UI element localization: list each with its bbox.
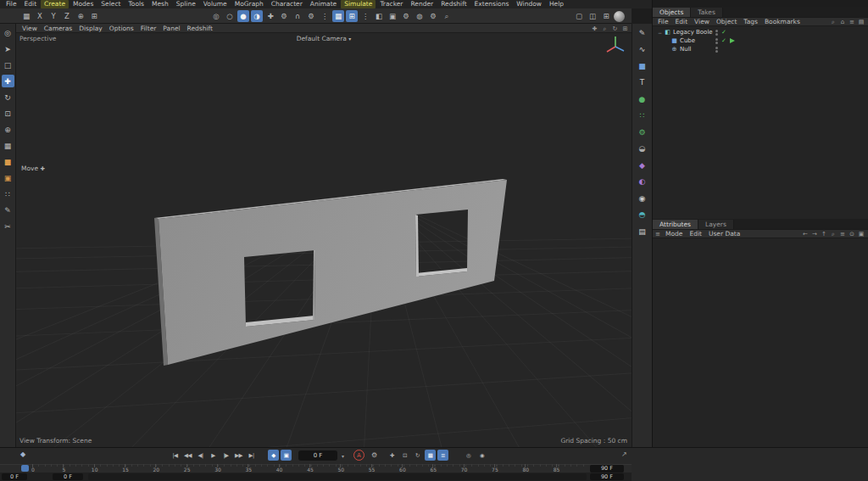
enabled-check-icon[interactable]: ✓ (721, 36, 726, 45)
om-menu-bookmarks[interactable]: Bookmarks (761, 18, 804, 25)
array-generator-icon[interactable]: ∷ (636, 109, 648, 122)
timeline-expand-icon[interactable]: ↗ (621, 450, 627, 458)
tab-attributes[interactable]: Attributes (653, 220, 698, 229)
prev-key-button[interactable]: ◀◀ (182, 450, 193, 461)
keyframe-selection-button[interactable]: ▣ (281, 450, 292, 461)
menubar-item-mograph[interactable]: MoGraph (231, 0, 267, 8)
menubar-item-simulate[interactable]: Simulate (341, 0, 376, 8)
camera-icon[interactable]: ◉ (636, 192, 648, 204)
character-tool-icon[interactable]: ✚ (264, 10, 276, 22)
solo-single-button[interactable]: ◉ (476, 450, 487, 461)
camera-menu-caret-icon[interactable]: ▾ (348, 36, 351, 42)
nav-forward-icon[interactable]: → (811, 231, 818, 238)
environment-icon[interactable]: ◓ (636, 209, 648, 221)
viewport-menu-options[interactable]: Options (106, 25, 137, 32)
spline-primitive-icon[interactable]: ∿ (636, 43, 648, 56)
scene-svg[interactable] (16, 33, 632, 447)
pen-tool-icon[interactable]: ✎ (636, 26, 648, 39)
autokey-button[interactable]: A (353, 450, 364, 461)
attr-menu-mode[interactable]: Mode (662, 230, 686, 238)
menubar-item-help[interactable]: Help (546, 0, 567, 8)
record-scale-toggle[interactable]: ⊡ (399, 450, 410, 461)
timeline-ruler-tick[interactable]: 20 (155, 464, 186, 467)
record-parameter-toggle[interactable]: ▦ (425, 450, 436, 461)
lock-x-axis-button[interactable]: X (34, 10, 46, 22)
record-pla-toggle[interactable]: ≡ (437, 450, 448, 461)
frame-dropdown-caret-icon[interactable]: ▾ (342, 453, 344, 459)
menubar-item-render[interactable]: Render (407, 0, 437, 8)
modeling-settings-icon[interactable]: ⚙ (305, 10, 317, 22)
visibility-dots-icon[interactable] (715, 30, 718, 36)
timeline-ruler[interactable]: 0510152025303540455055606570758085 (32, 464, 587, 473)
timeline-ruler-tick[interactable]: 80 (525, 464, 555, 467)
timeline-ruler-tick[interactable]: 65 (432, 464, 463, 467)
menubar-item-tracker[interactable]: Tracker (376, 0, 406, 8)
workplane-icon[interactable]: ▦ (2, 139, 14, 152)
om-menu-object[interactable]: Object (713, 18, 740, 25)
rig-tools-icon[interactable]: ⚙ (278, 10, 290, 22)
menubar-item-character[interactable]: Character (268, 0, 306, 8)
tab-layers[interactable]: Layers (698, 220, 734, 229)
nav-up-icon[interactable]: ↑ (821, 231, 827, 238)
tab-objects[interactable]: Objects (653, 8, 691, 17)
next-key-button[interactable]: ▶▶ (233, 450, 244, 461)
rect-selection-icon[interactable]: □ (2, 59, 14, 71)
timeline-ruler-tick[interactable]: 15 (125, 464, 155, 467)
menubar-item-modes[interactable]: Modes (70, 0, 97, 8)
timeline-ruler-tick[interactable]: 75 (494, 464, 525, 467)
search-icon[interactable]: ⌕ (830, 19, 837, 25)
view-mode-label[interactable]: Perspective (19, 35, 56, 42)
rotate-tool-icon[interactable]: ↻ (2, 91, 14, 103)
lock-y-axis-button[interactable]: Y (47, 10, 59, 22)
solo-off-button[interactable]: ◎ (463, 450, 474, 461)
menubar-item-volume[interactable]: Volume (200, 0, 231, 8)
object-row-null[interactable]: ⊕Null (653, 45, 868, 53)
model-mode-icon[interactable]: ■ (2, 155, 14, 168)
timeline-ruler-tick[interactable]: 50 (340, 464, 370, 467)
goto-start-button[interactable]: |◀ (170, 450, 181, 461)
motext-icon[interactable]: T (636, 76, 648, 89)
render-settings-button[interactable]: ⚙ (400, 10, 412, 22)
timeline-ruler-tick[interactable]: 30 (217, 464, 248, 467)
search-icon[interactable]: ⌕ (830, 231, 837, 238)
magnet-tool-icon[interactable]: ∩ (292, 10, 303, 22)
render-region-icon[interactable]: ◎ (210, 10, 222, 22)
lock-z-axis-button[interactable]: Z (61, 10, 73, 22)
viewport-3d-canvas[interactable]: Perspective Default Camera ▾ Move ✚ View… (16, 33, 632, 447)
cube-primitive-icon[interactable]: ■ (636, 59, 648, 72)
separator-dots2-icon[interactable]: ⋮ (359, 10, 371, 22)
timeline-ruler-tick[interactable]: 85 (556, 464, 587, 467)
visibility-dots-icon[interactable] (715, 38, 718, 44)
menubar-item-edit[interactable]: Edit (21, 0, 41, 8)
preview-start-field[interactable]: 0 F (53, 473, 83, 480)
axis-gizmo[interactable] (604, 35, 626, 55)
viewport-menu-filter[interactable]: Filter (137, 25, 160, 32)
axis-mode-icon[interactable]: ▣ (2, 171, 14, 184)
record-keyframe-button[interactable]: ◆ (268, 450, 279, 461)
keyframe-settings-gear-icon[interactable]: ⚙ (369, 450, 380, 461)
attr-menu-edit[interactable]: Edit (686, 230, 705, 238)
timeline-ruler-tick[interactable]: 10 (94, 464, 125, 467)
viewport-menu-panel[interactable]: Panel (159, 25, 183, 32)
simulate-scene-toggle[interactable]: ● (237, 10, 249, 22)
viewport-menu-redshift[interactable]: Redshift (184, 25, 216, 32)
om-menu-tags[interactable]: Tags (740, 18, 761, 25)
menubar-item-select[interactable]: Select (97, 0, 124, 8)
timeline-playhead[interactable] (21, 465, 29, 472)
volume-icon[interactable]: ◒ (636, 143, 648, 155)
viewport-menu-view[interactable]: View (19, 25, 41, 32)
scale-tool-icon[interactable]: ⊡ (2, 107, 14, 120)
menubar-item-file[interactable]: File (3, 0, 20, 8)
menubar-item-extensions[interactable]: Extensions (471, 0, 513, 8)
timeline-ruler-tick[interactable]: 35 (248, 464, 278, 467)
range-start-field[interactable]: 0 F (2, 473, 27, 480)
live-selection-icon[interactable]: ◎ (2, 26, 14, 39)
menubar-item-tools[interactable]: Tools (125, 0, 147, 8)
menubar-item-mesh[interactable]: Mesh (148, 0, 172, 8)
range-slider[interactable] (88, 473, 587, 480)
play-button[interactable]: ▶ (208, 450, 219, 461)
separator-dots-icon[interactable]: ⋮ (319, 10, 331, 22)
layout-quad-icon[interactable]: ⊞ (600, 10, 612, 22)
tab-takes[interactable]: Takes (691, 8, 723, 17)
goto-end-button[interactable]: ▶| (246, 450, 257, 461)
